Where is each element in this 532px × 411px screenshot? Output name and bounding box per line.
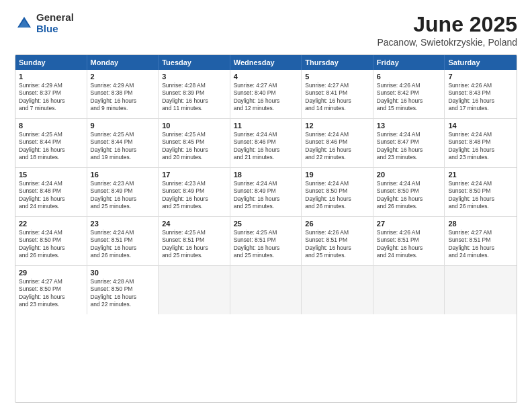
- cell-content: Sunrise: 4:24 AM: [234, 131, 298, 138]
- cell-content: and 26 minutes.: [305, 203, 369, 210]
- day-number: 30: [91, 269, 155, 277]
- table-row: [302, 266, 373, 314]
- day-number: 16: [91, 171, 155, 179]
- cell-content: Sunrise: 4:27 AM: [19, 278, 83, 285]
- cell-content: and 15 minutes.: [377, 105, 441, 112]
- day-number: 23: [91, 220, 155, 228]
- title-block: June 2025 Pacanow, Swietokrzyskie, Polan…: [377, 12, 517, 48]
- calendar-row-2: 8Sunrise: 4:25 AMSunset: 8:44 PMDaylight…: [15, 118, 517, 167]
- day-number: 22: [19, 220, 83, 228]
- location: Pacanow, Swietokrzyskie, Poland: [377, 37, 517, 48]
- cell-content: and 18 minutes.: [19, 154, 83, 161]
- cell-content: and 25 minutes.: [91, 203, 155, 210]
- cell-content: Daylight: 16 hours: [19, 244, 83, 252]
- day-number: 29: [19, 269, 83, 277]
- table-row: 16Sunrise: 4:23 AMSunset: 8:49 PMDayligh…: [87, 168, 159, 216]
- cell-content: Daylight: 16 hours: [377, 146, 441, 154]
- cell-content: Daylight: 16 hours: [162, 244, 226, 252]
- day-number: 14: [448, 122, 513, 130]
- cell-content: Sunrise: 4:24 AM: [19, 180, 83, 187]
- cell-content: Daylight: 16 hours: [305, 97, 369, 105]
- cell-content: Daylight: 16 hours: [91, 97, 155, 105]
- cell-content: and 25 minutes.: [305, 252, 369, 259]
- cell-content: Sunset: 8:44 PM: [91, 138, 155, 146]
- cell-content: Daylight: 16 hours: [19, 146, 83, 154]
- cell-content: Sunrise: 4:24 AM: [234, 180, 298, 187]
- cell-content: Daylight: 16 hours: [91, 293, 155, 301]
- calendar-body: 1Sunrise: 4:29 AMSunset: 8:37 PMDaylight…: [15, 70, 517, 314]
- cell-content: Sunset: 8:48 PM: [448, 138, 513, 146]
- header-sunday: Sunday: [15, 55, 87, 70]
- cell-content: and 26 minutes.: [19, 252, 83, 259]
- cell-content: Sunrise: 4:23 AM: [91, 180, 155, 187]
- cell-content: Sunset: 8:50 PM: [19, 236, 83, 244]
- cell-content: Daylight: 16 hours: [234, 97, 298, 105]
- table-row: 9Sunrise: 4:25 AMSunset: 8:44 PMDaylight…: [87, 119, 159, 167]
- table-row: 12Sunrise: 4:24 AMSunset: 8:46 PMDayligh…: [302, 119, 373, 167]
- cell-content: Daylight: 16 hours: [91, 146, 155, 154]
- table-row: 18Sunrise: 4:24 AMSunset: 8:49 PMDayligh…: [230, 168, 302, 216]
- cell-content: and 9 minutes.: [91, 105, 155, 112]
- cell-content: Sunset: 8:51 PM: [234, 236, 298, 244]
- cell-content: Sunset: 8:50 PM: [448, 187, 513, 195]
- cell-content: Sunrise: 4:27 AM: [305, 82, 369, 89]
- day-number: 4: [234, 73, 298, 81]
- table-row: 29Sunrise: 4:27 AMSunset: 8:50 PMDayligh…: [15, 266, 87, 314]
- cell-content: Sunset: 8:48 PM: [19, 187, 83, 195]
- cell-content: Sunrise: 4:24 AM: [91, 229, 155, 236]
- cell-content: Sunset: 8:51 PM: [91, 236, 155, 244]
- day-number: 13: [377, 122, 441, 130]
- table-row: 8Sunrise: 4:25 AMSunset: 8:44 PMDaylight…: [15, 119, 87, 167]
- cell-content: Sunset: 8:49 PM: [234, 187, 298, 195]
- cell-content: Sunset: 8:50 PM: [19, 285, 83, 293]
- table-row: 28Sunrise: 4:27 AMSunset: 8:51 PMDayligh…: [445, 217, 517, 265]
- cell-content: and 25 minutes.: [162, 252, 226, 259]
- cell-content: Sunrise: 4:27 AM: [234, 82, 298, 89]
- cell-content: and 11 minutes.: [162, 105, 226, 112]
- cell-content: Daylight: 16 hours: [19, 195, 83, 203]
- cell-content: and 26 minutes.: [91, 252, 155, 259]
- cell-content: Daylight: 16 hours: [91, 195, 155, 203]
- cell-content: Sunset: 8:37 PM: [19, 89, 83, 97]
- cell-content: Sunset: 8:51 PM: [377, 236, 441, 244]
- day-number: 21: [448, 171, 513, 179]
- header-tuesday: Tuesday: [159, 55, 230, 70]
- table-row: 11Sunrise: 4:24 AMSunset: 8:46 PMDayligh…: [230, 119, 302, 167]
- table-row: 6Sunrise: 4:26 AMSunset: 8:42 PMDaylight…: [373, 70, 445, 118]
- table-row: 21Sunrise: 4:24 AMSunset: 8:50 PMDayligh…: [445, 168, 517, 216]
- cell-content: Sunset: 8:42 PM: [377, 89, 441, 97]
- cell-content: Sunset: 8:41 PM: [305, 89, 369, 97]
- table-row: 2Sunrise: 4:29 AMSunset: 8:38 PMDaylight…: [87, 70, 159, 118]
- cell-content: Sunset: 8:43 PM: [448, 89, 513, 97]
- cell-content: and 24 minutes.: [448, 252, 513, 259]
- cell-content: Sunset: 8:51 PM: [162, 236, 226, 244]
- calendar-row-1: 1Sunrise: 4:29 AMSunset: 8:37 PMDaylight…: [15, 70, 517, 118]
- cell-content: Daylight: 16 hours: [377, 244, 441, 252]
- table-row: 4Sunrise: 4:27 AMSunset: 8:40 PMDaylight…: [230, 70, 302, 118]
- day-number: 9: [91, 122, 155, 130]
- cell-content: Daylight: 16 hours: [377, 97, 441, 105]
- cell-content: Sunset: 8:40 PM: [234, 89, 298, 97]
- cell-content: Sunset: 8:49 PM: [91, 187, 155, 195]
- cell-content: Sunrise: 4:27 AM: [448, 229, 513, 236]
- table-row: [159, 266, 230, 314]
- cell-content: Sunrise: 4:24 AM: [377, 131, 441, 138]
- cell-content: and 24 minutes.: [19, 203, 83, 210]
- calendar: Sunday Monday Tuesday Wednesday Thursday…: [15, 54, 517, 403]
- cell-content: Daylight: 16 hours: [234, 146, 298, 154]
- table-row: 24Sunrise: 4:25 AMSunset: 8:51 PMDayligh…: [159, 217, 230, 265]
- table-row: 7Sunrise: 4:26 AMSunset: 8:43 PMDaylight…: [445, 70, 517, 118]
- table-row: 20Sunrise: 4:24 AMSunset: 8:50 PMDayligh…: [373, 168, 445, 216]
- day-number: 11: [234, 122, 298, 130]
- table-row: 14Sunrise: 4:24 AMSunset: 8:48 PMDayligh…: [445, 119, 517, 167]
- day-number: 18: [234, 171, 298, 179]
- cell-content: Sunset: 8:44 PM: [19, 138, 83, 146]
- calendar-header: Sunday Monday Tuesday Wednesday Thursday…: [15, 55, 517, 70]
- table-row: 30Sunrise: 4:28 AMSunset: 8:50 PMDayligh…: [87, 266, 159, 314]
- cell-content: Sunrise: 4:25 AM: [234, 229, 298, 236]
- cell-content: Daylight: 16 hours: [162, 195, 226, 203]
- cell-content: Sunset: 8:46 PM: [234, 138, 298, 146]
- cell-content: Daylight: 16 hours: [162, 146, 226, 154]
- table-row: 17Sunrise: 4:23 AMSunset: 8:49 PMDayligh…: [159, 168, 230, 216]
- day-number: 10: [162, 122, 226, 130]
